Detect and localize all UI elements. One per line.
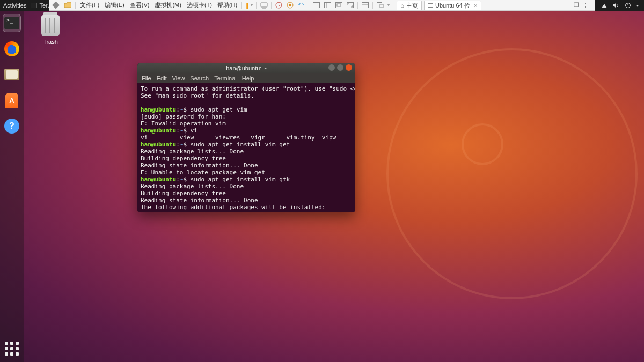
vm-tab-label: Ubuntu 64 位	[435, 2, 470, 10]
desktop-trash[interactable]: Trash	[34, 15, 67, 45]
vm-pause-icon[interactable]: | |	[245, 2, 247, 9]
vm-host-toolbar: 文件(F) 编辑(E) 查看(V) 虚拟机(M) 选项卡(T) 帮助(H) | …	[49, 0, 595, 11]
terminal-icon	[4, 17, 19, 29]
vm-menu-vm[interactable]: 虚拟机(M)	[153, 1, 182, 9]
window-minimize-button[interactable]	[328, 64, 335, 71]
activities-button[interactable]: Activities	[3, 2, 26, 9]
terminal-menu-file[interactable]: File	[142, 75, 151, 82]
window-restore-button[interactable]: ❐	[573, 2, 580, 9]
layout-1-icon[interactable]	[312, 1, 320, 9]
firefox-icon	[4, 41, 19, 56]
svg-rect-8	[325, 3, 331, 8]
chevron-down-icon[interactable]: ▾	[387, 3, 390, 8]
window-maximize-button[interactable]	[337, 64, 343, 71]
send-ctrl-alt-del-icon[interactable]	[260, 1, 268, 9]
help-icon: ?	[4, 119, 19, 134]
window-fullscreen-button[interactable]: ⛶	[583, 2, 591, 9]
devices-icon[interactable]	[376, 1, 384, 9]
svg-point-6	[289, 4, 291, 6]
vm-menu-help[interactable]: 帮助(H)	[216, 1, 238, 9]
vm-menu-edit[interactable]: 编辑(E)	[104, 1, 126, 9]
dock-software[interactable]	[3, 91, 21, 109]
terminal-menu-view[interactable]: View	[172, 75, 185, 82]
terminal-menu-help[interactable]: Help	[242, 75, 254, 82]
vm-tab-ubuntu[interactable]: Ubuntu 64 位 ✕	[424, 1, 481, 10]
unity-icon[interactable]	[361, 1, 369, 9]
vm-app-icon	[52, 2, 60, 9]
power-icon	[625, 2, 631, 9]
snapshot-manager-icon[interactable]	[286, 1, 294, 9]
terminal-icon	[31, 3, 37, 8]
revert-icon[interactable]	[297, 1, 305, 9]
home-icon: ⌂	[400, 2, 404, 9]
layout-3-icon[interactable]	[335, 1, 343, 9]
terminal-output[interactable]: To run a command as administrator (user …	[137, 83, 355, 212]
software-icon	[5, 93, 18, 108]
window-close-button[interactable]	[346, 64, 352, 71]
chevron-down-icon[interactable]: ▾	[251, 3, 253, 8]
terminal-title: han@ubuntu: ~	[226, 65, 267, 71]
vm-menu-file[interactable]: 文件(F)	[79, 1, 100, 9]
vm-menu-view[interactable]: 查看(V)	[129, 1, 151, 9]
svg-rect-15	[380, 4, 383, 8]
dock-show-applications[interactable]	[4, 341, 20, 357]
files-icon	[4, 69, 19, 80]
dock-files[interactable]	[3, 65, 21, 84]
dock-help[interactable]: ?	[3, 117, 21, 135]
vm-tab-label: 主页	[406, 2, 418, 10]
dock-terminal[interactable]	[3, 14, 21, 32]
svg-rect-10	[336, 3, 342, 8]
window-minimize-button[interactable]: —	[562, 2, 569, 9]
ubuntu-top-panel-right[interactable]: ▾	[595, 0, 644, 11]
vm-tab-home[interactable]: ⌂ 主页	[397, 1, 422, 10]
terminal-window[interactable]: han@ubuntu: ~ File Edit View Search Term…	[137, 63, 355, 212]
ubuntu-top-panel-left: Activities Ter…	[0, 0, 49, 11]
terminal-menu-edit[interactable]: Edit	[157, 75, 167, 82]
snapshot-icon[interactable]	[275, 1, 283, 9]
folder-open-icon[interactable]	[64, 1, 72, 9]
svg-rect-7	[313, 3, 320, 8]
svg-rect-3	[262, 8, 266, 9]
network-icon	[601, 2, 608, 9]
trash-icon	[41, 15, 60, 36]
terminal-titlebar[interactable]: han@ubuntu: ~	[137, 63, 355, 73]
dock-firefox[interactable]	[3, 40, 21, 58]
svg-rect-2	[261, 3, 267, 7]
terminal-menubar: File Edit View Search Terminal Help	[137, 73, 355, 83]
svg-rect-13	[362, 3, 369, 8]
terminal-menu-terminal[interactable]: Terminal	[214, 75, 237, 82]
chevron-down-icon: ▾	[636, 3, 639, 8]
volume-icon	[613, 2, 619, 9]
ubuntu-dock: ?	[0, 11, 24, 362]
terminal-menu-search[interactable]: Search	[190, 75, 209, 82]
fullscreen-icon[interactable]	[346, 1, 354, 9]
close-icon[interactable]: ✕	[473, 3, 478, 9]
layout-2-icon[interactable]	[324, 1, 332, 9]
vm-menu-tabs[interactable]: 选项卡(T)	[186, 1, 213, 9]
desktop-trash-label: Trash	[34, 39, 67, 45]
svg-rect-11	[337, 4, 341, 6]
monitor-icon	[428, 3, 433, 8]
vm-menu-bar: 文件(F) 编辑(E) 查看(V) 虚拟机(M) 选项卡(T) 帮助(H)	[76, 0, 241, 10]
